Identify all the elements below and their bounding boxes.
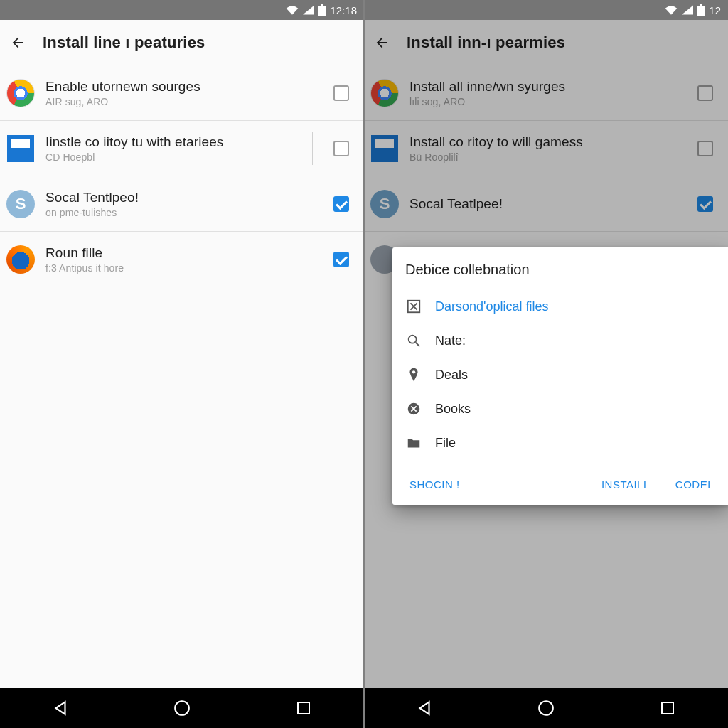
star-badge-icon: [405, 400, 422, 417]
svg-rect-1: [321, 4, 323, 6]
box-icon: [6, 134, 36, 164]
nav-recent-icon[interactable]: [658, 698, 678, 718]
clock: 12: [709, 4, 721, 16]
battery-icon: [697, 4, 705, 16]
search-icon: [405, 332, 422, 349]
firefox-icon: [6, 245, 36, 274]
item-label: Enable utornewn sourges: [46, 79, 320, 95]
clock: 12:18: [330, 4, 357, 16]
dialog-item[interactable]: Deals: [405, 358, 717, 392]
wifi-icon: [665, 5, 678, 15]
divider: [312, 132, 313, 165]
chrome-icon: [6, 78, 36, 108]
svg-rect-5: [700, 4, 702, 6]
dialog-button-left[interactable]: SHOCIN !: [407, 473, 463, 496]
signal-icon: [682, 5, 693, 15]
split-divider: [363, 0, 365, 728]
nav-home-icon[interactable]: [536, 698, 556, 718]
screen-right: 12 Install inn-ı pearmies Install all in…: [364, 0, 728, 728]
dialog-item[interactable]: Books: [405, 392, 717, 426]
nav-back-icon[interactable]: [50, 698, 70, 718]
svg-point-8: [412, 370, 415, 373]
svg-rect-3: [298, 702, 309, 714]
pin-icon: [405, 366, 422, 383]
list-item[interactable]: S Socal Tentlpeo! on pme-tulishes: [0, 176, 364, 232]
svg-rect-0: [318, 6, 326, 16]
list-item[interactable]: Iinstle co iitoy tu with etariees CD Hoe…: [0, 121, 364, 176]
svg-point-2: [175, 701, 189, 715]
battery-icon: [318, 4, 326, 16]
app-bar: Install line ı peaturies: [0, 20, 364, 65]
checkbox[interactable]: [333, 141, 349, 156]
svg-point-7: [409, 336, 417, 343]
skype-icon: S: [6, 189, 36, 219]
dialog-item-label: File: [435, 436, 456, 451]
dialog-item[interactable]: Nate:: [405, 323, 717, 358]
screen-left: 12:18 Install line ı peaturies Enable ut…: [0, 0, 364, 728]
status-bar: 12:18: [0, 0, 364, 20]
svg-rect-11: [662, 702, 673, 714]
back-icon[interactable]: [10, 35, 26, 50]
list-item[interactable]: Roun fille f:3 Antipus it hore: [0, 232, 364, 287]
checkbox[interactable]: [333, 196, 349, 212]
checkbox[interactable]: [333, 252, 349, 267]
wifi-icon: [286, 5, 299, 15]
item-label: Iinstle co iitoy tu with etariees: [46, 134, 302, 150]
nav-home-icon[interactable]: [172, 698, 192, 718]
dialog-item[interactable]: Darsond'oplical files: [405, 289, 717, 323]
checkbox[interactable]: [333, 85, 349, 101]
status-bar: 12: [364, 0, 728, 20]
dialog-actions: SHOCIN ! INSTAILL CODEL: [405, 469, 717, 498]
square-x-icon: [405, 298, 422, 315]
page-title: Install line ı peaturies: [43, 33, 205, 52]
dialog-item-label: Books: [435, 402, 471, 417]
svg-point-10: [539, 701, 553, 715]
settings-list: Enable utornewn sourges AIR sug, ARO Iin…: [0, 65, 364, 688]
nav-back-icon[interactable]: [414, 698, 434, 718]
dialog: Debice collebnation Darsond'oplical file…: [392, 247, 728, 505]
folder-icon: [405, 434, 422, 451]
item-sub: on pme-tulishes: [46, 207, 320, 218]
item-label: Socal Tentlpeo!: [46, 190, 320, 205]
list-item[interactable]: Enable utornewn sourges AIR sug, ARO: [0, 65, 364, 121]
nav-bar: [0, 688, 364, 728]
item-label: Roun fille: [46, 245, 320, 261]
signal-icon: [303, 5, 314, 15]
dialog-item-label: Nate:: [435, 333, 466, 348]
nav-bar: [364, 688, 728, 728]
dialog-item-label: Darsond'oplical files: [435, 299, 549, 314]
install-button[interactable]: INSTAILL: [599, 473, 653, 496]
dialog-title: Debice collebnation: [405, 262, 717, 278]
svg-rect-4: [697, 6, 705, 16]
item-sub: CD Hoepbl: [46, 151, 302, 163]
item-sub: f:3 Antipus it hore: [46, 262, 320, 274]
dialog-item[interactable]: File: [405, 426, 717, 460]
cancel-button[interactable]: CODEL: [673, 473, 717, 496]
dialog-item-label: Deals: [435, 368, 468, 382]
nav-recent-icon[interactable]: [294, 698, 314, 718]
item-sub: AIR sug, ARO: [46, 96, 320, 107]
